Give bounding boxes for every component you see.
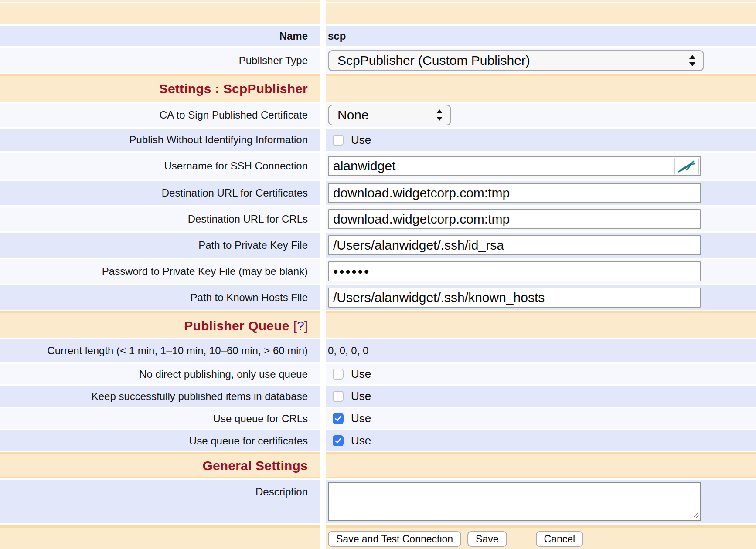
use-label: Use	[351, 367, 371, 381]
footer-actions: Save and Test Connection Save Cancel	[0, 525, 756, 549]
private-key-password-input[interactable]	[328, 261, 701, 281]
use-label: Use	[351, 434, 371, 447]
queue-certs-checkbox[interactable]	[333, 435, 344, 446]
row-publisher-type: Publisher Type ScpPublisher (Custom Publ…	[0, 48, 756, 73]
queue-only-label: No direct publishing, only use queue	[139, 368, 308, 380]
help-bracket-close: ]	[304, 319, 308, 333]
use-label: Use	[351, 133, 371, 147]
dest-certs-input[interactable]	[328, 183, 701, 203]
row-private-key-password: Password to Private Key File (may be bla…	[0, 259, 756, 284]
section-publisher-queue: Publisher Queue [?]	[0, 311, 756, 338]
help-bracket-open: [	[293, 319, 297, 333]
save-button[interactable]: Save	[467, 531, 507, 547]
dest-crls-label: Destination URL for CRLs	[188, 213, 308, 225]
top-band-sliver	[0, 0, 756, 2]
ca-sign-select[interactable]: None	[328, 105, 451, 125]
publisher-queue-help-link[interactable]: ?	[297, 319, 304, 333]
row-queue-certs: Use queue for certificates Use	[0, 430, 756, 451]
ssh-username-input[interactable]	[328, 156, 701, 176]
publisher-type-select[interactable]: ScpPublisher (Custom Publisher)	[328, 50, 704, 71]
use-label: Use	[351, 390, 371, 403]
row-queue-crls: Use queue for CRLs Use	[0, 408, 756, 429]
settings-section-title: Settings : ScpPublisher	[159, 81, 308, 96]
description-textarea[interactable]	[328, 482, 701, 521]
publish-anon-label: Publish Without Identifying Information	[129, 134, 308, 146]
keep-published-label: Keep successfully published items in dat…	[92, 390, 308, 403]
row-publish-anon: Publish Without Identifying Information …	[0, 129, 756, 151]
row-queue-only: No direct publishing, only use queue Use	[0, 364, 756, 384]
queue-only-checkbox[interactable]	[333, 369, 344, 380]
row-dest-crls: Destination URL for CRLs	[0, 207, 756, 231]
queue-length-value: 0, 0, 0, 0	[328, 345, 368, 357]
queue-crls-label: Use queue for CRLs	[213, 413, 308, 425]
description-label: Description	[255, 486, 308, 498]
queue-length-label: Current length (< 1 min, 1–10 min, 10–60…	[47, 345, 308, 357]
private-key-password-label: Password to Private Key File (may be bla…	[102, 265, 308, 278]
top-band	[0, 3, 756, 24]
publish-anon-checkbox[interactable]	[333, 135, 344, 146]
row-ca-sign: CA to Sign Published Certificate None	[0, 103, 756, 127]
select-stepper-icon	[436, 108, 443, 122]
private-key-path-label: Path to Private Key File	[198, 239, 308, 251]
section-general-settings: General Settings	[0, 452, 756, 478]
row-description: Description	[0, 480, 756, 523]
row-name: Name scp	[0, 26, 756, 46]
private-key-path-input[interactable]	[328, 235, 701, 255]
use-label: Use	[351, 412, 371, 425]
row-keep-published: Keep successfully published items in dat…	[0, 386, 756, 407]
checkmark-icon	[334, 414, 342, 423]
name-label: Name	[279, 30, 308, 42]
impala-icon	[677, 159, 696, 173]
row-dest-certs: Destination URL for Certificates	[0, 181, 756, 205]
dest-crls-input[interactable]	[328, 209, 701, 229]
queue-crls-checkbox[interactable]	[333, 413, 344, 424]
row-queue-length: Current length (< 1 min, 1–10 min, 10–60…	[0, 339, 756, 362]
publisher-queue-section-title: Publisher Queue	[184, 319, 289, 333]
general-settings-section-title: General Settings	[202, 458, 308, 473]
row-private-key-path: Path to Private Key File	[0, 233, 756, 258]
dest-certs-label: Destination URL for Certificates	[162, 187, 308, 199]
checkmark-icon	[334, 437, 342, 445]
row-ssh-username: Username for SSH Connection	[0, 153, 756, 179]
publisher-type-label: Publisher Type	[239, 54, 308, 67]
select-stepper-icon	[688, 54, 696, 67]
row-known-hosts-path: Path to Known Hosts File	[0, 285, 756, 310]
ssh-username-label: Username for SSH Connection	[164, 160, 308, 172]
keep-published-checkbox[interactable]	[333, 391, 344, 402]
textarea-resize-handle[interactable]	[692, 512, 699, 518]
cancel-button[interactable]: Cancel	[536, 531, 584, 547]
queue-certs-label: Use queue for certificates	[189, 435, 308, 447]
ca-sign-label: CA to Sign Published Certificate	[160, 109, 308, 121]
section-settings: Settings : ScpPublisher	[0, 74, 756, 102]
password-manager-autofill-button[interactable]	[674, 158, 699, 175]
save-and-test-button[interactable]: Save and Test Connection	[328, 531, 461, 547]
publisher-edit-form: Name scp Publisher Type ScpPublisher (Cu…	[0, 0, 756, 549]
known-hosts-path-input[interactable]	[328, 288, 701, 308]
name-value: scp	[328, 30, 346, 42]
known-hosts-path-label: Path to Known Hosts File	[191, 291, 308, 304]
